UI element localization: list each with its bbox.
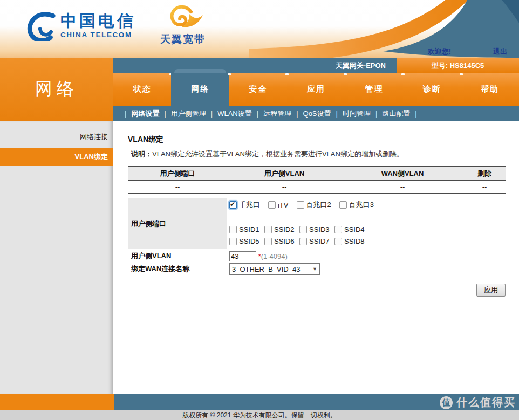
vlan-binding-form: 用户侧端口 ✔ 千兆口 iTV <box>128 198 506 276</box>
main-nav: 状态 网络 安全 应用 管理 诊断 帮助 <box>113 73 519 106</box>
subnav-qos-settings[interactable]: QoS设置 <box>303 109 331 118</box>
checkbox-ssid2[interactable]: SSID2 <box>264 225 299 233</box>
checkbox-unchecked-icon[interactable] <box>268 201 276 209</box>
tab-help[interactable]: 帮助 <box>461 73 519 106</box>
wan-connection-value: 3_OTHER_B_VID_43 ▼ <box>227 263 506 275</box>
checkbox-label: 千兆口 <box>239 200 260 210</box>
china-telecom-logo-icon <box>26 10 56 41</box>
china-telecom-logo-text: 中国电信 CHINA TELECOM <box>60 12 136 39</box>
checkbox-ssid8[interactable]: SSID8 <box>334 237 370 245</box>
column-header-user-port: 用户侧端口 <box>128 167 227 181</box>
tianyi-swirl-icon <box>160 3 206 31</box>
column-header-user-vlan: 用户侧VLAN <box>227 167 342 181</box>
checkbox-label: 百兆口2 <box>306 200 331 210</box>
sidebar-item-vlan-binding[interactable]: VLAN绑定 <box>0 148 113 166</box>
logo-cn-text: 中国电信 <box>60 12 136 30</box>
checkbox-unchecked-icon[interactable] <box>229 238 237 245</box>
checkbox-label: SSID6 <box>274 237 295 245</box>
selected-option-text: 3_OTHER_B_VID_43 <box>232 265 300 273</box>
checkbox-ssid1[interactable]: SSID1 <box>229 225 264 233</box>
checkbox-unchecked-icon[interactable] <box>339 201 347 209</box>
section-title: 网络 <box>0 58 113 119</box>
bottom-bar: 值 什么值得买 <box>0 394 519 410</box>
checkbox-ssid6[interactable]: SSID6 <box>264 237 299 245</box>
tab-management[interactable]: 管理 <box>345 73 403 106</box>
checkbox-label: SSID1 <box>239 225 260 233</box>
checkbox-gigabit-port[interactable]: ✔ 千兆口 <box>229 200 260 210</box>
sidebar: 网络连接 VLAN绑定 <box>0 121 113 394</box>
checkbox-unchecked-icon[interactable] <box>264 238 272 245</box>
tab-application[interactable]: 应用 <box>287 73 345 106</box>
cell-wan-vlan: -- <box>342 181 463 194</box>
checkbox-fast-port2[interactable]: 百兆口2 <box>297 200 331 210</box>
subnav-lan-management[interactable]: 用户侧管理 <box>171 109 206 118</box>
checkbox-label: SSID5 <box>239 237 260 245</box>
table-row: -- -- -- -- <box>128 181 506 194</box>
tab-security[interactable]: 安全 <box>229 73 287 106</box>
checkbox-label: SSID4 <box>344 225 365 233</box>
tab-status[interactable]: 状态 <box>113 73 171 106</box>
checkbox-unchecked-icon[interactable] <box>297 201 304 209</box>
checkbox-label: SSID2 <box>274 225 295 233</box>
logout-link[interactable]: 退出 <box>493 47 507 56</box>
brand-area: 中国电信 CHINA TELECOM 天翼宽带 <box>26 10 206 46</box>
checkbox-unchecked-icon[interactable] <box>334 238 342 245</box>
vlan-range-hint: (1-4094) <box>261 252 288 260</box>
subnav-separator: | <box>371 109 382 118</box>
header: 中国电信 CHINA TELECOM 天翼宽带 <box>0 0 519 58</box>
user-vlan-value: *(1-4094) <box>227 251 506 261</box>
checkbox-ssid7[interactable]: SSID7 <box>299 237 334 245</box>
checkbox-unchecked-icon[interactable] <box>229 226 237 233</box>
checkbox-itv[interactable]: iTV <box>268 201 289 209</box>
apply-button-row: 应用 <box>128 284 506 297</box>
content-area: 网络连接 VLAN绑定 VLAN绑定 说明：VLAN绑定允许设置基于VLAN绑定… <box>0 121 519 394</box>
subnav-remote-management[interactable]: 远程管理 <box>263 109 291 118</box>
ssid-checkbox-line-1: SSID1 SSID2 SSID3 <box>229 225 506 233</box>
form-row-wan-connection: 绑定WAN连接名称 3_OTHER_B_VID_43 ▼ <box>128 263 506 276</box>
tianyi-broadband-logo: 天翼宽带 <box>160 3 206 46</box>
checkbox-ssid4[interactable]: SSID4 <box>334 225 370 233</box>
model-number: 型号: HS8145C5 <box>397 58 519 73</box>
subnav-separator: | <box>252 109 263 118</box>
sub-nav: |网络设置|用户侧管理|WLAN设置|远程管理|QoS设置|时间管理|路由配置| <box>113 106 519 121</box>
table-header-row: 用户侧端口 用户侧VLAN WAN侧VLAN 删除 <box>128 167 506 181</box>
checkbox-label: iTV <box>278 201 289 209</box>
vlan-id-input[interactable] <box>229 251 256 261</box>
checkbox-ssid3[interactable]: SSID3 <box>299 225 334 233</box>
form-row-user-port: 用户侧端口 ✔ 千兆口 iTV <box>128 198 506 249</box>
checkbox-unchecked-icon[interactable] <box>299 238 307 245</box>
wan-connection-label: 绑定WAN连接名称 <box>128 264 227 274</box>
user-port-options: ✔ 千兆口 iTV 百兆口2 <box>227 198 506 249</box>
checkbox-unchecked-icon[interactable] <box>299 226 307 233</box>
checkbox-label: SSID3 <box>309 225 330 233</box>
tab-diagnosis[interactable]: 诊断 <box>403 73 461 106</box>
user-vlan-label: 用户侧VLAN <box>128 251 227 261</box>
subnav-time-management[interactable]: 时间管理 <box>343 109 371 118</box>
wan-connection-select[interactable]: 3_OTHER_B_VID_43 ▼ <box>229 263 320 275</box>
subnav-separator: | <box>291 109 303 118</box>
smzdm-watermark-text: 什么值得买 <box>456 395 516 410</box>
checkmark-icon: ✔ <box>230 201 235 208</box>
welcome-text: 欢迎您! <box>428 47 451 56</box>
page-title: VLAN绑定 <box>128 135 519 144</box>
vlan-binding-table: 用户侧端口 用户侧VLAN WAN侧VLAN 删除 -- -- -- -- <box>128 166 506 194</box>
subnav-route-config[interactable]: 路由配置 <box>382 109 410 118</box>
subnav-wlan-settings[interactable]: WLAN设置 <box>217 109 252 118</box>
apply-button[interactable]: 应用 <box>476 284 506 297</box>
ssid-checkbox-line-2: SSID5 SSID6 SSID7 <box>229 237 506 245</box>
description-text: VLAN绑定允许设置基于VLAN绑定，根据业务需要进行VLAN绑定的增加或删除。 <box>152 150 404 158</box>
copyright-text: 版权所有 © 2021 华为技术有限公司。保留一切权利。 <box>0 410 519 420</box>
subnav-network-settings[interactable]: 网络设置 <box>131 109 159 118</box>
form-row-user-vlan: 用户侧VLAN *(1-4094) <box>128 250 506 263</box>
tab-network[interactable]: 网络 <box>171 73 229 106</box>
sidebar-item-network-connection[interactable]: 网络连接 <box>0 126 113 148</box>
checkbox-fast-port3[interactable]: 百兆口3 <box>339 200 374 210</box>
bottom-bar-orange-segment <box>0 394 114 410</box>
checkbox-unchecked-icon[interactable] <box>334 226 342 233</box>
description-label: 说明： <box>131 150 152 158</box>
dropdown-arrow-icon: ▼ <box>312 266 317 272</box>
checkbox-ssid5[interactable]: SSID5 <box>229 237 264 245</box>
china-telecom-logo: 中国电信 CHINA TELECOM <box>26 10 136 41</box>
checkbox-checked-icon[interactable]: ✔ <box>229 201 237 209</box>
checkbox-unchecked-icon[interactable] <box>264 226 272 233</box>
